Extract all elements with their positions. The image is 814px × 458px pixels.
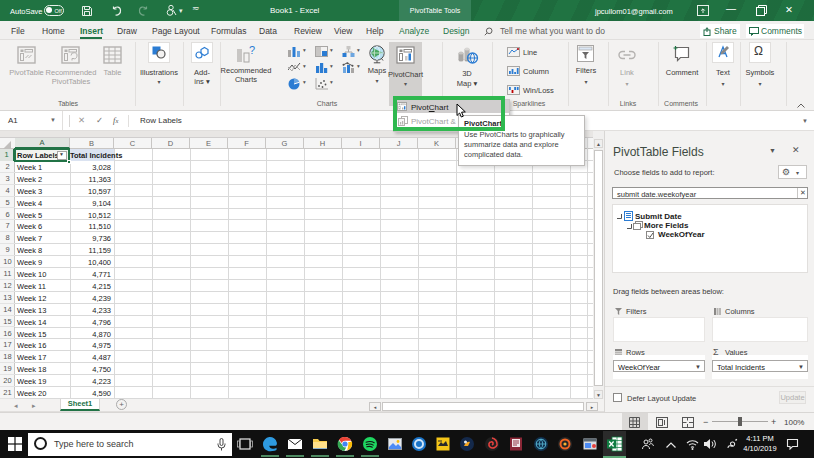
svg-text:?: ?: [249, 45, 255, 56]
